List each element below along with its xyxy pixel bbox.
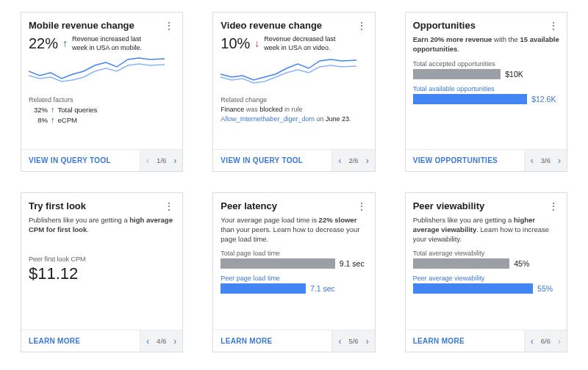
card-title: Opportunities: [413, 20, 476, 31]
rule-link[interactable]: Allow_Internethaber_diger_dom: [220, 115, 315, 123]
factor-row: 32% ↑ Total queries: [29, 105, 175, 114]
bar-peer-view: [413, 283, 533, 294]
pager: ‹ 5/6 ›: [331, 330, 374, 352]
page-indicator: 6/6: [539, 337, 552, 345]
chevron-left-icon[interactable]: ‹: [525, 330, 539, 352]
card-title: Peer viewability: [413, 200, 485, 211]
card-peer-viewability: Peer viewability ⋮ Publishers like you a…: [405, 192, 567, 352]
chevron-left-icon[interactable]: ‹: [525, 150, 539, 172]
bar-label: Total accepted opportunities: [413, 60, 559, 68]
card-opportunities: Opportunities ⋮ Earn 20% more revenue wi…: [405, 12, 567, 172]
bar-value: 55%: [537, 284, 553, 293]
arrow-down-icon: ↓: [254, 37, 259, 49]
arrow-up-icon: ↑: [51, 105, 55, 114]
bar-value: 45%: [514, 259, 529, 268]
pager: ‹ 3/6 ›: [524, 150, 567, 171]
arrow-up-icon: ↑: [62, 37, 68, 49]
chevron-right-icon[interactable]: ›: [552, 330, 567, 352]
learn-more-link[interactable]: LEARN MORE: [406, 330, 524, 352]
pager: ‹ 2/6 ›: [331, 150, 374, 171]
chevron-right-icon[interactable]: ›: [552, 150, 567, 172]
bar-label: Peer first look CPM: [29, 255, 175, 263]
bar-label: Total average viewability: [413, 250, 559, 257]
card-title: Try first look: [29, 200, 86, 211]
opportunities-desc: Earn 20% more revenue with the 15 availa…: [413, 35, 559, 54]
view-opportunities-link[interactable]: VIEW OPPORTUNITIES: [406, 150, 524, 171]
metric-pct: 10%: [220, 35, 250, 52]
chevron-right-icon[interactable]: ›: [168, 330, 182, 352]
card-title: Video revenue change: [220, 20, 322, 31]
factor-row: 8% ↑ eCPM: [29, 115, 175, 124]
more-icon[interactable]: ⋮: [164, 21, 175, 31]
pager: ‹ 4/6 ›: [140, 330, 182, 352]
bar-value: 9.1 sec: [340, 259, 365, 268]
more-icon[interactable]: ⋮: [356, 201, 368, 211]
pager: ‹ 6/6 ›: [524, 330, 567, 352]
card-title: Peer latency: [220, 200, 277, 211]
bar-value: $10K: [505, 70, 523, 79]
bar-total-view: [413, 258, 510, 269]
bar-value: $12.6K: [531, 95, 556, 104]
card-mobile-revenue: Mobile revenue change ⋮ 22% ↑ Revenue in…: [21, 12, 183, 172]
chevron-left-icon[interactable]: ‹: [332, 150, 347, 172]
bar-label: Peer average viewability: [413, 275, 559, 282]
first-look-desc: Publishers like you are getting a high a…: [29, 216, 175, 235]
trend-chart: [220, 55, 367, 93]
card-first-look: Try first look ⋮ Publishers like you are…: [21, 192, 183, 352]
bar-label: Total page load time: [220, 250, 367, 257]
viewability-desc: Publishers like you are getting a higher…: [413, 216, 559, 244]
related-change-label: Related change: [220, 96, 367, 104]
bar-total-load: [220, 258, 334, 269]
card-video-revenue: Video revenue change ⋮ 10% ↓ Revenue dec…: [212, 12, 375, 172]
view-in-query-tool-link[interactable]: VIEW IN QUERY TOOL: [21, 150, 140, 171]
metric-desc: Revenue increased lastweek in USA on mob…: [72, 35, 175, 52]
chevron-right-icon[interactable]: ›: [168, 150, 182, 172]
more-icon[interactable]: ⋮: [356, 21, 368, 31]
card-peer-latency: Peer latency ⋮ Your average page load ti…: [212, 192, 375, 352]
bar-available: [413, 94, 527, 104]
card-title: Mobile revenue change: [29, 20, 135, 31]
chevron-left-icon[interactable]: ‹: [332, 330, 347, 352]
view-in-query-tool-link[interactable]: VIEW IN QUERY TOOL: [213, 150, 331, 171]
learn-more-link[interactable]: LEARN MORE: [213, 330, 331, 352]
chevron-right-icon[interactable]: ›: [360, 330, 375, 352]
related-factors-label: Related factors: [29, 96, 175, 104]
first-look-cpm: $11.12: [29, 264, 175, 283]
bar-value: 7.1 sec: [310, 284, 335, 293]
related-change-text: Finance was blocked in rule Allow_Intern…: [220, 105, 367, 123]
page-indicator: 2/6: [347, 156, 359, 164]
chevron-left-icon[interactable]: ‹: [140, 150, 155, 172]
more-icon[interactable]: ⋮: [548, 201, 559, 211]
more-icon[interactable]: ⋮: [548, 21, 559, 31]
page-indicator: 4/6: [155, 337, 168, 345]
trend-chart: [29, 55, 175, 93]
bar-peer-load: [220, 283, 306, 294]
bar-label: Total available opportunities: [413, 85, 559, 92]
latency-desc: Your average page load time is 22% slowe…: [220, 216, 367, 244]
bar-label: Peer page load time: [220, 275, 367, 282]
more-icon[interactable]: ⋮: [164, 201, 175, 211]
chevron-left-icon[interactable]: ‹: [140, 330, 155, 352]
metric-pct: 22%: [29, 35, 58, 52]
metric-desc: Revenue decreased lastweek in USA on vid…: [264, 35, 367, 52]
chevron-right-icon[interactable]: ›: [360, 150, 375, 172]
page-indicator: 5/6: [347, 337, 359, 345]
pager: ‹ 1/6 ›: [140, 150, 182, 171]
page-indicator: 1/6: [155, 156, 168, 164]
bar-accepted: [413, 69, 501, 79]
page-indicator: 3/6: [539, 156, 552, 164]
arrow-up-icon: ↑: [51, 115, 55, 124]
learn-more-link[interactable]: LEARN MORE: [21, 330, 140, 352]
